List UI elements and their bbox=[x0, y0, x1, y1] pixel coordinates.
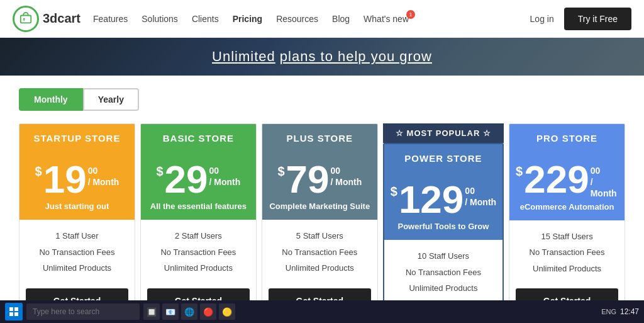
taskbar-right: ENG 12:47 bbox=[601, 307, 639, 316]
power-transaction: No Transaction Fees bbox=[391, 266, 496, 279]
pro-products: Unlimited Products bbox=[516, 263, 618, 275]
taskbar-search[interactable] bbox=[26, 303, 140, 320]
startup-header: STARTUP STORE bbox=[19, 124, 135, 151]
power-tagline: Powerful Tools to Grow bbox=[391, 222, 496, 231]
basic-amount: 29 bbox=[165, 160, 208, 199]
plan-power: POWER STORE $ 129 00 / Month Powerful To… bbox=[383, 143, 504, 323]
svg-rect-3 bbox=[14, 307, 18, 311]
nav-solutions[interactable]: Solutions bbox=[142, 14, 178, 24]
hero-underline: Unlimited bbox=[212, 48, 275, 64]
nav-right: Log in Try it Free bbox=[530, 8, 631, 30]
startup-features: 1 Staff User No Transaction Fees Unlimit… bbox=[19, 220, 135, 288]
plan-plus: PLUS STORE $ 79 00 / Month Complete Mark… bbox=[262, 123, 378, 323]
basic-staff: 2 Staff Users bbox=[147, 230, 250, 242]
nav-features[interactable]: Features bbox=[93, 14, 128, 24]
power-price-box: $ 129 00 / Month Powerful Tools to Grow bbox=[384, 171, 502, 240]
startup-transaction: No Transaction Fees bbox=[26, 246, 128, 259]
plus-period: / Month bbox=[330, 176, 362, 188]
pro-transaction: No Transaction Fees bbox=[516, 246, 618, 259]
basic-tagline: All the essential features bbox=[147, 201, 250, 211]
plus-header: PLUS STORE bbox=[262, 124, 377, 151]
startup-dollar: $ bbox=[35, 165, 42, 178]
monthly-toggle[interactable]: Monthly bbox=[19, 88, 83, 111]
pro-staff: 15 Staff Users bbox=[516, 230, 618, 243]
basic-features: 2 Staff Users No Transaction Fees Unlimi… bbox=[141, 220, 256, 288]
plus-tagline: Complete Marketing Suite bbox=[269, 201, 371, 211]
pro-period: / Month bbox=[591, 176, 618, 199]
plus-price-box: $ 79 00 / Month Complete Marketing Suite bbox=[262, 151, 377, 220]
basic-period: / Month bbox=[209, 176, 241, 188]
pro-amount: 229 bbox=[524, 160, 589, 199]
navbar: 3dcart Features Solutions Clients Pricin… bbox=[0, 0, 644, 38]
popular-wrapper: ☆ MOST POPULAR ☆ POWER STORE $ 129 00 / … bbox=[383, 123, 504, 323]
startup-period: / Month bbox=[88, 176, 119, 188]
taskbar-icon-2[interactable]: 📧 bbox=[162, 303, 179, 320]
pricing-section: Monthly Yearly STARTUP STORE $ 19 00 / M… bbox=[0, 76, 644, 323]
svg-rect-2 bbox=[9, 307, 13, 311]
plus-transaction: No Transaction Fees bbox=[269, 246, 371, 259]
hero-text: plans to help you grow bbox=[280, 48, 432, 64]
nav-links: Features Solutions Clients Pricing Resou… bbox=[93, 14, 530, 24]
plus-staff: 5 Staff Users bbox=[269, 230, 371, 242]
hero-section: Unlimited plans to help you grow bbox=[0, 38, 644, 76]
logo-text: 3dcart bbox=[43, 11, 80, 26]
plus-features: 5 Staff Users No Transaction Fees Unlimi… bbox=[262, 220, 377, 288]
plan-basic: BASIC STORE $ 29 00 / Month All the esse… bbox=[140, 123, 257, 323]
whatsnew-badge: 1 bbox=[406, 10, 415, 19]
basic-cents: 00 bbox=[209, 165, 241, 176]
plan-startup: STARTUP STORE $ 19 00 / Month Just start… bbox=[19, 123, 135, 323]
nav-whatsnew[interactable]: What's new 1 bbox=[364, 14, 409, 24]
taskbar-icon-3[interactable]: 🌐 bbox=[181, 303, 197, 320]
hero-title: Unlimited plans to help you grow bbox=[212, 48, 432, 65]
plus-products: Unlimited Products bbox=[269, 262, 371, 275]
power-staff: 10 Staff Users bbox=[391, 250, 496, 263]
nav-blog[interactable]: Blog bbox=[332, 14, 350, 24]
pro-dollar: $ bbox=[516, 165, 523, 178]
svg-rect-5 bbox=[14, 312, 18, 316]
basic-price-box: $ 29 00 / Month All the essential featur… bbox=[141, 151, 256, 220]
pro-cents: 00 bbox=[591, 165, 618, 176]
pro-features: 15 Staff Users No Transaction Fees Unlim… bbox=[509, 220, 625, 289]
taskbar-icon-4[interactable]: 🔴 bbox=[200, 303, 216, 320]
taskbar-eng: ENG bbox=[601, 308, 616, 315]
logo-icon bbox=[13, 6, 39, 32]
pro-price-box: $ 229 00 / Month eCommerce Automation bbox=[509, 151, 625, 220]
taskbar-icon-5[interactable]: 🟡 bbox=[219, 303, 235, 320]
basic-dollar: $ bbox=[156, 165, 163, 178]
plans-container: STARTUP STORE $ 19 00 / Month Just start… bbox=[19, 123, 625, 323]
startup-products: Unlimited Products bbox=[26, 262, 128, 275]
power-header: POWER STORE bbox=[384, 144, 502, 171]
svg-point-1 bbox=[23, 18, 25, 20]
plus-amount: 79 bbox=[286, 160, 330, 199]
login-link[interactable]: Log in bbox=[530, 14, 554, 24]
basic-products: Unlimited Products bbox=[147, 262, 250, 275]
logo-link[interactable]: 3dcart bbox=[13, 6, 80, 32]
power-features: 10 Staff Users No Transaction Fees Unlim… bbox=[384, 240, 502, 309]
basic-transaction: No Transaction Fees bbox=[147, 246, 250, 259]
power-dollar: $ bbox=[391, 185, 397, 198]
basic-header: BASIC STORE bbox=[141, 124, 256, 151]
power-amount: 129 bbox=[399, 180, 464, 219]
start-button[interactable] bbox=[5, 303, 23, 320]
power-products: Unlimited Products bbox=[391, 282, 496, 295]
yearly-toggle[interactable]: Yearly bbox=[83, 88, 139, 111]
plus-dollar: $ bbox=[277, 165, 284, 178]
try-button[interactable]: Try it Free bbox=[564, 8, 631, 30]
pro-tagline: eCommerce Automation bbox=[516, 202, 618, 212]
plus-cents: 00 bbox=[330, 165, 362, 176]
power-period: / Month bbox=[465, 196, 496, 208]
pro-header: PRO STORE bbox=[509, 124, 625, 151]
taskbar-icon-1[interactable]: 🔲 bbox=[143, 303, 160, 320]
popular-badge: ☆ MOST POPULAR ☆ bbox=[383, 123, 504, 143]
startup-price-box: $ 19 00 / Month Just starting out bbox=[19, 151, 135, 220]
nav-resources[interactable]: Resources bbox=[276, 14, 318, 24]
nav-clients[interactable]: Clients bbox=[192, 14, 219, 24]
svg-rect-0 bbox=[21, 15, 31, 23]
taskbar-time: 12:47 bbox=[620, 307, 639, 316]
plan-pro: PRO STORE $ 229 00 / Month eCommerce Aut… bbox=[509, 123, 625, 323]
startup-staff: 1 Staff User bbox=[26, 230, 128, 242]
nav-pricing[interactable]: Pricing bbox=[233, 14, 262, 24]
taskbar: 🔲 📧 🌐 🔴 🟡 ENG 12:47 bbox=[0, 300, 644, 323]
startup-cents: 00 bbox=[88, 165, 119, 176]
startup-amount: 19 bbox=[43, 160, 87, 199]
